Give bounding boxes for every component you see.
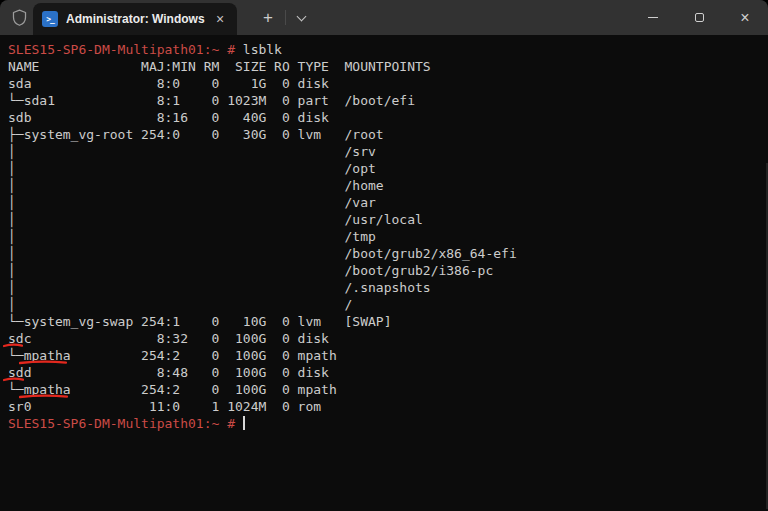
terminal-line: └─sda1 8:1 0 1023M 0 part /boot/efi xyxy=(8,92,768,109)
tab-close-icon[interactable]: × xyxy=(210,9,230,29)
terminal-line: sdd 8:48 0 100G 0 disk xyxy=(8,364,768,381)
caption-buttons: × xyxy=(630,0,768,35)
tab-dropdown-button[interactable] xyxy=(288,6,314,30)
powershell-icon: >_ xyxy=(42,11,58,27)
terminal-line: NAME MAJ:MIN RM SIZE RO TYPE MOUNTPOINTS xyxy=(8,58,768,75)
tab-bar-divider xyxy=(285,10,286,25)
terminal-output: SLES15-SP6-DM-Multipath01:~ # lsblkNAME … xyxy=(8,41,768,511)
terminal-line: └─mpatha 254:2 0 100G 0 mpath xyxy=(8,381,768,398)
terminal-line: SLES15-SP6-DM-Multipath01:~ # xyxy=(8,415,768,432)
terminal-line: sr0 11:0 1 1024M 0 rom xyxy=(8,398,768,415)
terminal-line: │ /opt xyxy=(8,160,768,177)
terminal-line: │ /home xyxy=(8,177,768,194)
titlebar: >_ Administrator: Windows PowerShell × +… xyxy=(0,0,768,35)
terminal-line: │ /boot/grub2/i386-pc xyxy=(8,262,768,279)
close-button[interactable]: × xyxy=(722,0,768,35)
chevron-down-icon xyxy=(296,11,306,21)
terminal-line: sda 8:0 0 1G 0 disk xyxy=(8,75,768,92)
terminal-window: >_ Administrator: Windows PowerShell × +… xyxy=(0,0,768,511)
maximize-button[interactable] xyxy=(676,0,722,35)
admin-shield-icon xyxy=(10,8,29,27)
minimize-icon xyxy=(648,17,658,18)
terminal-line: └─system_vg-swap 254:1 0 10G 0 lvm [SWAP… xyxy=(8,313,768,330)
terminal-line: └─mpatha 254:2 0 100G 0 mpath xyxy=(8,347,768,364)
terminal-line: │ /tmp xyxy=(8,228,768,245)
terminal-line: │ / xyxy=(8,296,768,313)
terminal-line: sdb 8:16 0 40G 0 disk xyxy=(8,109,768,126)
maximize-icon xyxy=(695,13,704,22)
minimize-button[interactable] xyxy=(630,0,676,35)
terminal-line: SLES15-SP6-DM-Multipath01:~ # lsblk xyxy=(8,41,768,58)
tab-title: Administrator: Windows PowerShell xyxy=(66,12,208,26)
terminal-line: sdc 8:32 0 100G 0 disk xyxy=(8,330,768,347)
terminal-line: │ /.snapshots xyxy=(8,279,768,296)
terminal-line: ├─system_vg-root 254:0 0 30G 0 lvm /root xyxy=(8,126,768,143)
terminal-viewport[interactable]: SLES15-SP6-DM-Multipath01:~ # lsblkNAME … xyxy=(0,35,768,511)
tab-powershell[interactable]: >_ Administrator: Windows PowerShell × xyxy=(33,3,237,35)
terminal-line: │ /srv xyxy=(8,143,768,160)
terminal-line: │ /var xyxy=(8,194,768,211)
terminal-line: │ /boot/grub2/x86_64-efi xyxy=(8,245,768,262)
close-icon: × xyxy=(740,10,749,26)
terminal-line: │ /usr/local xyxy=(8,211,768,228)
text-cursor xyxy=(243,416,245,430)
new-tab-button[interactable]: + xyxy=(254,6,282,30)
